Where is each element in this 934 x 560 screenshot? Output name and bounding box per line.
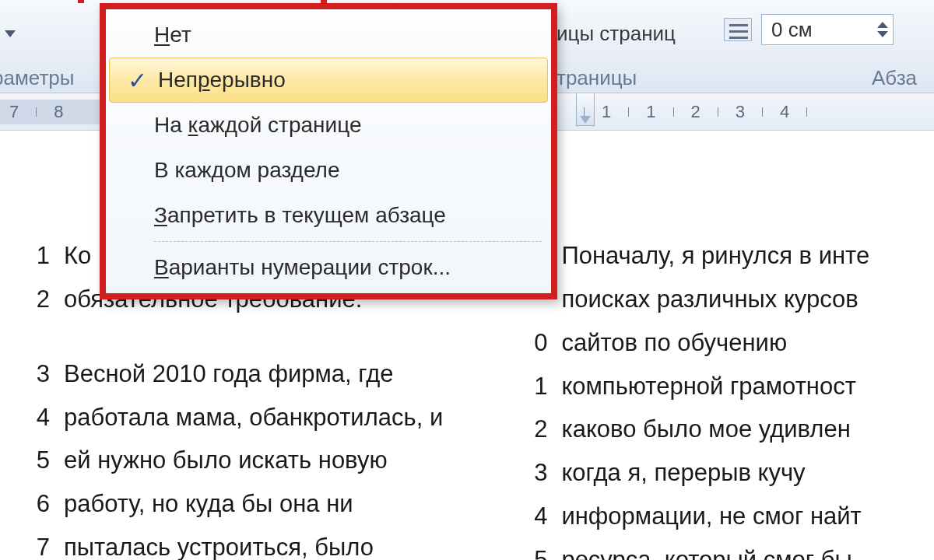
text-line[interactable]: 4информации, не смог найт	[505, 500, 918, 533]
indent-left-control: 0 см	[724, 14, 894, 45]
menu-source-highlight	[78, 0, 327, 3]
menu-item-suppress[interactable]: Запретить в текущем абзаце	[106, 193, 551, 238]
menu-item-options[interactable]: Варианты нумерации строк...	[106, 245, 551, 290]
text-line[interactable]: поисках различных курсов	[505, 283, 918, 316]
line-number: 7	[8, 531, 50, 560]
line-number: 5	[8, 444, 50, 477]
line-text: каково было мое удивлен	[561, 413, 918, 446]
ribbon-button-trunc[interactable]: ки	[0, 22, 16, 46]
indent-left-field[interactable]: 0 см	[761, 14, 894, 45]
ruler-positive: 1 12 3 4	[576, 100, 815, 124]
column-right: 3Поначалу, я ринулся в интепоисках разли…	[505, 240, 934, 560]
text-line[interactable]: 1компьютерной грамотност	[505, 370, 918, 403]
text-line[interactable]: 7пыталась устроиться, было	[8, 531, 474, 560]
chevron-down-icon[interactable]	[877, 31, 888, 37]
line-text: ей нужно было искать новую	[64, 444, 474, 477]
ribbon-group-label: траницы	[557, 66, 637, 90]
menu-item-continuous[interactable]: ✓ Непрерывно	[109, 58, 548, 103]
line-number: 1	[8, 240, 50, 272]
text-line[interactable]: 4работала мама, обанкротилась, и	[8, 401, 474, 434]
text-line[interactable]: 3Поначалу, я ринулся в инте	[505, 240, 918, 272]
line-text: Поначалу, я ринулся в инте	[561, 240, 918, 272]
menu-item-none[interactable]: Нет	[106, 12, 551, 58]
menu-separator	[154, 241, 542, 242]
line-text: работу, но куда бы она ни	[64, 488, 474, 520]
check-icon: ✓	[116, 67, 158, 94]
ribbon-group-label: раметры	[0, 66, 74, 90]
line-number: 4	[505, 500, 547, 533]
line-text: Весной 2010 года фирма, где	[64, 358, 474, 390]
text-line[interactable]: 6работу, но куда бы она ни	[8, 488, 474, 520]
line-text: компьютерной грамотност	[561, 370, 918, 403]
spin-buttons[interactable]	[877, 22, 888, 37]
text-line[interactable]: 5ресурса, который смог бы	[505, 544, 918, 560]
line-number: 3	[505, 457, 547, 489]
line-text: когда я, перерыв кучу	[561, 457, 918, 489]
text-line[interactable]: 5ей нужно было искать новую	[8, 444, 474, 477]
indent-value: 0 см	[771, 18, 813, 42]
line-number: 5	[505, 544, 547, 560]
chevron-up-icon[interactable]	[877, 22, 888, 28]
ribbon-group-label: Абза	[872, 66, 917, 90]
text-line[interactable]: 2каково было мое удивлен	[505, 413, 918, 446]
text-line[interactable]: 3Весной 2010 года фирма, где	[8, 358, 474, 390]
line-text: пыталась устроиться, было	[64, 531, 474, 560]
indent-left-icon	[724, 18, 752, 41]
line-number: 2	[505, 413, 547, 446]
line-number: 4	[8, 401, 50, 434]
line-text: сайтов по обучению	[561, 327, 918, 359]
line-number: 0	[505, 327, 547, 359]
line-number: 1	[505, 370, 547, 403]
text-line[interactable]: 0сайтов по обучению	[505, 327, 918, 359]
line-number: 6	[8, 488, 50, 520]
ribbon-button-page-borders[interactable]: ицы страниц	[557, 22, 676, 46]
chevron-down-icon	[5, 30, 16, 37]
text-line[interactable]: 3когда я, перерыв кучу	[505, 457, 918, 489]
menu-item-each-page[interactable]: На каждой странице	[106, 103, 551, 148]
line-number: 2	[8, 283, 50, 316]
menu-item-each-section[interactable]: В каждом разделе	[106, 148, 551, 193]
line-text: работала мама, обанкротилась, и	[64, 401, 474, 434]
line-numbers-menu: Нет ✓ Непрерывно На каждой странице В ка…	[100, 3, 557, 299]
line-number: 3	[8, 358, 50, 390]
ribbon-label: ицы страниц	[557, 22, 676, 46]
line-text: информации, не смог найт	[561, 500, 918, 533]
line-text: ресурса, который смог бы	[561, 544, 918, 560]
line-text: поисках различных курсов	[561, 283, 918, 316]
